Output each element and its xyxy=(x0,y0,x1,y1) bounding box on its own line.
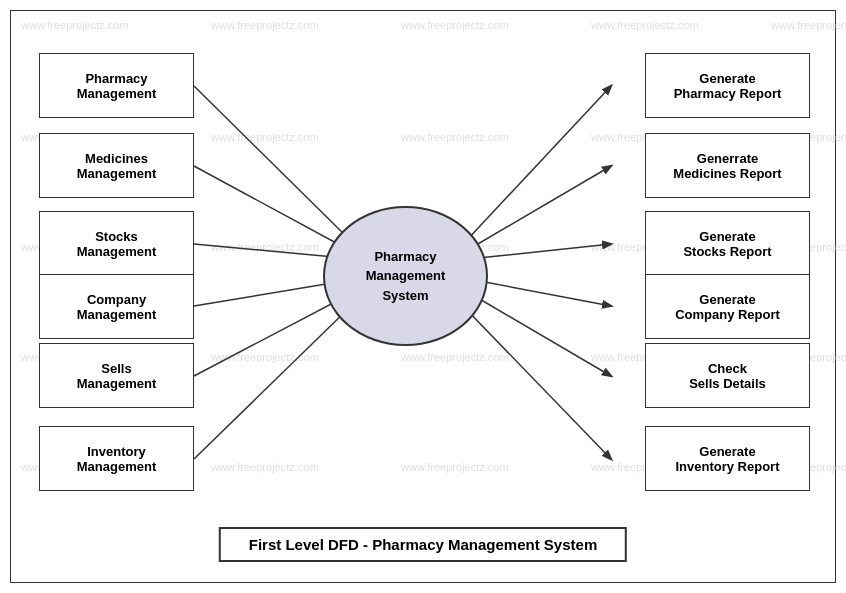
watermark: www.freeprojectz.com xyxy=(21,19,129,31)
watermark: www.freeprojectz.com xyxy=(211,351,319,363)
svg-line-11 xyxy=(463,306,611,459)
generate-company-report-node: Generate Company Report xyxy=(645,274,810,339)
generate-inventory-report-node: Generate Inventory Report xyxy=(645,426,810,491)
company-management-node: Company Management xyxy=(39,274,194,339)
watermark: www.freeprojectz.com xyxy=(401,351,509,363)
diagram-container: www.freeprojectz.com www.freeprojectz.co… xyxy=(10,10,836,583)
diagram-title: First Level DFD - Pharmacy Management Sy… xyxy=(219,527,627,562)
watermark: www.freeprojectz.com xyxy=(211,131,319,143)
svg-line-0 xyxy=(194,86,351,241)
svg-line-8 xyxy=(469,244,611,259)
svg-line-10 xyxy=(466,291,611,376)
watermark: www.freeprojectz.com xyxy=(211,241,319,253)
watermark: www.freeprojectz.com xyxy=(591,19,699,31)
pharmacy-management-node: Pharmacy Management xyxy=(39,53,194,118)
center-node: Pharmacy Management System xyxy=(323,206,488,346)
svg-line-7 xyxy=(466,166,611,251)
svg-line-6 xyxy=(466,86,611,241)
watermark: www.freeprojectz.com xyxy=(401,461,509,473)
svg-line-5 xyxy=(194,306,351,459)
watermark: www.freeprojectz.com xyxy=(211,461,319,473)
generate-medicines-report-node: Generrate Medicines Report xyxy=(645,133,810,198)
svg-line-9 xyxy=(469,279,611,306)
medicines-management-node: Medicines Management xyxy=(39,133,194,198)
sells-management-node: Sells Management xyxy=(39,343,194,408)
inventory-management-node: Inventory Management xyxy=(39,426,194,491)
svg-line-1 xyxy=(194,166,351,251)
watermark: www.freeprojectz.com xyxy=(401,131,509,143)
watermark: www.freeprojectz.com xyxy=(401,19,509,31)
check-sells-details-node: Check Sells Details xyxy=(645,343,810,408)
generate-pharmacy-report-node: Generate Pharmacy Report xyxy=(645,53,810,118)
watermark: www.freeprojectz.com xyxy=(211,19,319,31)
stocks-management-node: Stocks Management xyxy=(39,211,194,276)
generate-stocks-report-node: Generate Stocks Report xyxy=(645,211,810,276)
watermark: www.freeprojectz.com xyxy=(771,19,846,31)
